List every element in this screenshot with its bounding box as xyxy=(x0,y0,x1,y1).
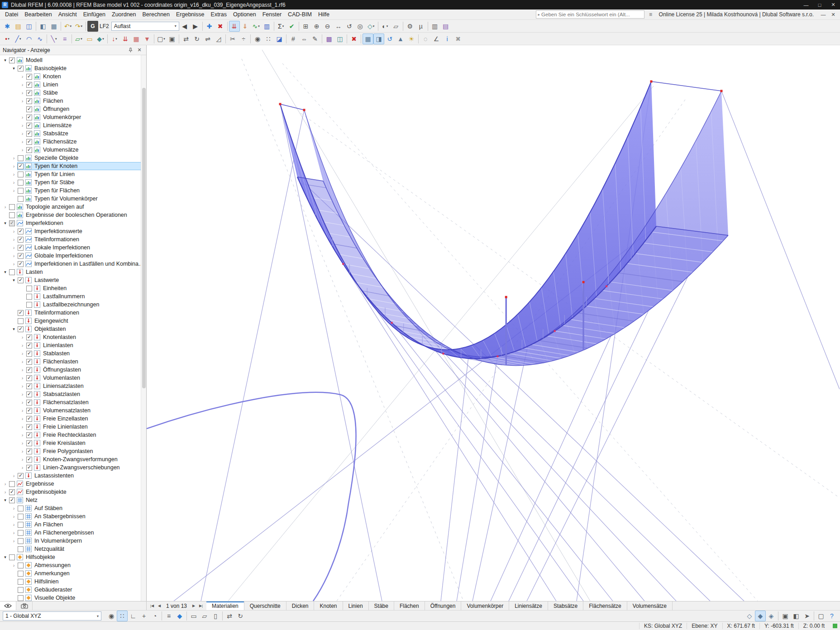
expand-icon[interactable]: › xyxy=(10,229,17,234)
tree-checkbox[interactable] xyxy=(26,351,32,357)
tree-item[interactable]: ›Knoten xyxy=(0,72,146,81)
tree-item[interactable]: ›Abmessungen xyxy=(0,561,146,569)
tree-checkbox[interactable] xyxy=(26,457,32,463)
workplane-xz-button[interactable]: ▱ xyxy=(199,611,210,621)
model-viewport[interactable] xyxy=(147,45,840,601)
polar-snap-button[interactable]: ◔ xyxy=(149,611,160,621)
expand-icon[interactable]: › xyxy=(10,514,17,519)
expand-icon[interactable]: › xyxy=(19,457,26,462)
table-layout-button[interactable]: ▦ xyxy=(363,33,373,44)
tree-checkbox[interactable] xyxy=(26,416,32,422)
zoom-out-button[interactable]: ⊖ xyxy=(322,21,333,32)
expand-icon[interactable]: › xyxy=(19,416,26,421)
tree-item[interactable]: ▾Lastwerte xyxy=(0,276,146,284)
tree-item[interactable]: ▾Modell xyxy=(0,56,146,64)
tree-checkbox[interactable] xyxy=(26,74,32,80)
tree-item[interactable]: ▾Hilfsobjekte xyxy=(0,553,146,561)
collapse-icon[interactable]: ▾ xyxy=(10,66,17,71)
tree-checkbox[interactable] xyxy=(18,579,24,585)
expand-icon[interactable]: › xyxy=(19,147,26,153)
expand-icon[interactable]: › xyxy=(19,440,26,446)
collapse-icon[interactable]: ▾ xyxy=(10,327,17,331)
expand-icon[interactable]: › xyxy=(10,155,17,161)
tables-toggle-button[interactable]: ▦ xyxy=(48,21,59,32)
tree-checkbox[interactable] xyxy=(18,172,24,177)
tree-checkbox[interactable] xyxy=(9,269,15,275)
tree-checkbox[interactable] xyxy=(26,440,32,446)
collapse-icon[interactable]: ▾ xyxy=(10,278,17,282)
graphic-mode-toggle-button[interactable]: G xyxy=(87,21,98,32)
tree-checkbox[interactable] xyxy=(26,432,32,438)
tree-checkbox[interactable] xyxy=(18,245,24,251)
tree-checkbox[interactable] xyxy=(26,82,32,88)
snap-toggle-button[interactable]: ◉ xyxy=(106,611,117,621)
snap-settings-button[interactable]: ◉ xyxy=(252,33,263,44)
tree-checkbox[interactable] xyxy=(26,359,32,365)
save-model-button[interactable]: ◫ xyxy=(24,21,34,32)
tree-item[interactable]: ▾Objektlasten xyxy=(0,325,146,333)
delete-results-button[interactable]: ✖ xyxy=(453,33,463,44)
insert-spline-button[interactable]: ∿ xyxy=(34,33,45,44)
tree-checkbox[interactable] xyxy=(9,220,15,226)
menu-item-berechnen[interactable]: Berechnen xyxy=(139,10,173,19)
collapse-icon[interactable]: ▾ xyxy=(2,221,9,225)
delete-load-case-button[interactable]: ✖ xyxy=(215,21,226,32)
tree-checkbox[interactable] xyxy=(18,522,24,528)
tree-checkbox[interactable] xyxy=(18,587,24,593)
expand-icon[interactable]: › xyxy=(19,334,26,340)
insert-opening-button[interactable]: ▭ xyxy=(84,33,95,44)
tree-item[interactable]: ›Topologie anzeigen auf xyxy=(0,203,146,211)
tree-item[interactable]: ›Typen für Linien xyxy=(0,170,146,178)
insert-surface-button[interactable]: ▱▾ xyxy=(73,33,84,44)
tree-checkbox[interactable] xyxy=(18,155,24,161)
guidelines-toggle-button[interactable]: ≡ xyxy=(163,611,174,621)
viewport-help-button[interactable]: ? xyxy=(826,611,837,621)
tree-checkbox[interactable] xyxy=(26,131,32,137)
grid-settings-button[interactable]: ∷ xyxy=(263,33,274,44)
insert-member-button[interactable]: ╲▾ xyxy=(48,33,59,44)
tree-checkbox[interactable] xyxy=(9,481,15,487)
tree-checkbox[interactable] xyxy=(26,139,32,145)
tree-checkbox[interactable] xyxy=(18,546,24,552)
expand-icon[interactable]: › xyxy=(19,465,26,470)
calculate-all-button[interactable]: Σ▾ xyxy=(276,21,286,32)
rotate-view-button[interactable]: ↺ xyxy=(344,21,355,32)
new-load-case-button[interactable]: ✚ xyxy=(204,21,215,32)
tree-checkbox[interactable] xyxy=(26,286,32,291)
tree-item[interactable]: ›Knoten-Zwangsverformungen xyxy=(0,455,146,463)
table-tab-knoten[interactable]: Knoten xyxy=(314,601,343,610)
tree-item[interactable]: Anmerkungen xyxy=(0,569,146,578)
tree-checkbox[interactable] xyxy=(26,147,32,153)
insert-rib-button[interactable]: ≡ xyxy=(59,33,70,44)
grid-toggle-button[interactable]: ∷ xyxy=(117,611,128,621)
expand-icon[interactable]: › xyxy=(10,261,17,267)
new-model-button[interactable]: ✱ xyxy=(2,21,13,32)
object-snap-button[interactable]: ◆ xyxy=(174,611,185,621)
find-object-button[interactable]: ◌ xyxy=(420,33,431,44)
scale-objects-button[interactable]: ◿ xyxy=(213,33,224,44)
tree-checkbox[interactable] xyxy=(26,424,32,430)
table-tab-linien[interactable]: Linien xyxy=(343,601,369,610)
tree-checkbox[interactable] xyxy=(26,90,32,96)
workplane-yz-button[interactable]: ▯ xyxy=(210,611,221,621)
tree-checkbox[interactable] xyxy=(18,538,24,544)
table-tab-volumenkrper[interactable]: Volumenkörper xyxy=(461,601,509,610)
tree-item[interactable]: ›Lokale Imperfektionen xyxy=(0,243,146,252)
tree-item[interactable]: ›Globale Imperfektionen xyxy=(0,252,146,260)
expand-icon[interactable]: › xyxy=(19,131,26,136)
document-close-button[interactable]: ✕ xyxy=(828,10,838,19)
table-tab-stbe[interactable]: Stäbe xyxy=(369,601,394,610)
tree-checkbox[interactable] xyxy=(18,66,24,72)
pan-view-button[interactable]: ↔ xyxy=(333,21,344,32)
tree-item[interactable]: ›Typen für Flächen xyxy=(0,186,146,195)
result-tables-button[interactable]: ▥ xyxy=(262,21,272,32)
show-all-button[interactable]: ◎ xyxy=(355,21,366,32)
tree-item[interactable]: ›Stabsatzlasten xyxy=(0,390,146,398)
tree-checkbox[interactable] xyxy=(18,229,24,234)
trim-lines-button[interactable]: ✂ xyxy=(227,33,238,44)
object-info-button[interactable]: i xyxy=(442,33,453,44)
tree-checkbox[interactable] xyxy=(9,204,15,210)
tree-checkbox[interactable] xyxy=(9,212,15,218)
tree-item[interactable]: ›Ergebnisse xyxy=(0,480,146,488)
collapse-icon[interactable]: ▾ xyxy=(2,498,9,502)
